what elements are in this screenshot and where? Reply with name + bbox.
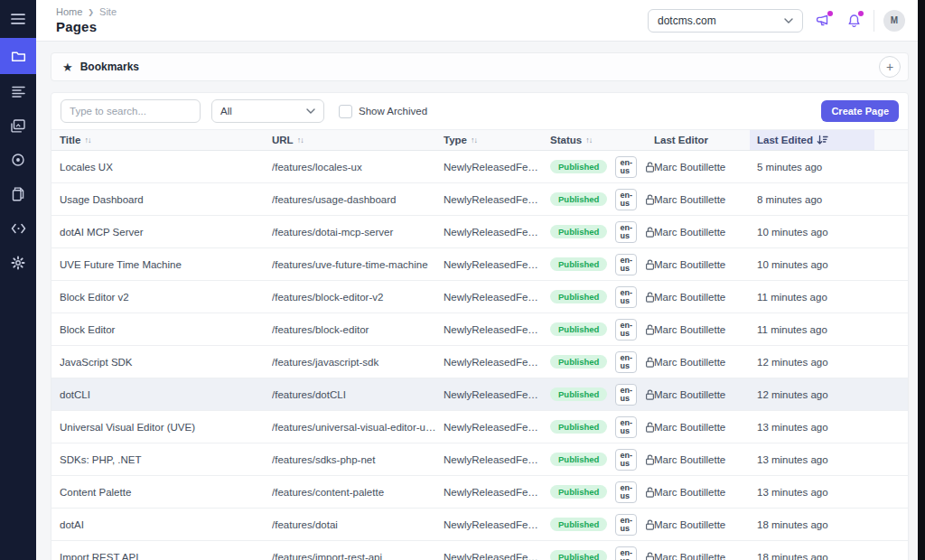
page-title-cell[interactable]: Block Editor v2	[60, 292, 272, 303]
top-bar: Home ❯ Site Pages dotcms.com M	[36, 0, 918, 42]
sidebar-item-dev-tools[interactable]	[0, 211, 36, 246]
last-editor-cell: Marc Boutillette	[654, 552, 757, 560]
column-header-last-editor[interactable]: Last Editor	[654, 135, 757, 145]
status-badge: Published	[550, 550, 607, 560]
status-badge: Published	[550, 420, 607, 434]
page-type-cell: NewlyReleasedFeature	[444, 162, 550, 173]
breadcrumb-home-link[interactable]: Home	[56, 6, 82, 17]
user-avatar[interactable]: M	[883, 10, 905, 32]
last-editor-cell: Marc Boutillette	[654, 487, 757, 498]
table-row[interactable]: UVE Future Time Machine /features/uve-fu…	[51, 248, 908, 281]
sidebar-item-marketing[interactable]	[0, 143, 36, 177]
page-title: Pages	[56, 19, 117, 34]
pages-list-card: All Show Archived Create Page Title ↑↓ U…	[51, 92, 909, 560]
page-type-cell: NewlyReleasedFeature	[444, 422, 550, 433]
table-row[interactable]: SDKs: PHP, .NET /features/sdks-php-net N…	[51, 443, 908, 476]
menu-toggle-button[interactable]	[0, 0, 36, 38]
site-selector-dropdown[interactable]: dotcms.com	[648, 9, 803, 33]
notifications-button[interactable]	[843, 10, 864, 32]
search-input[interactable]	[61, 99, 201, 123]
sidebar-item-pages[interactable]	[0, 38, 36, 74]
code-icon	[11, 223, 26, 234]
page-title-cell[interactable]: Usage Dashboard	[60, 194, 272, 205]
last-editor-cell: Marc Boutillette	[654, 162, 757, 173]
page-status-cell: Published en-us	[550, 319, 654, 341]
last-edited-cell: 13 minutes ago	[757, 454, 884, 465]
status-badge: Published	[550, 322, 607, 337]
page-status-cell: Published en-us	[550, 416, 654, 438]
last-edited-cell: 10 minutes ago	[757, 227, 884, 238]
page-title-cell[interactable]: Content Palette	[60, 487, 272, 498]
table-row[interactable]: Block Editor v2 /features/block-editor-v…	[51, 281, 908, 313]
locale-badge: en-us	[615, 546, 637, 560]
page-title-cell[interactable]: Locales UX	[60, 162, 272, 173]
table-row[interactable]: Usage Dashboard /features/usage-dashboar…	[51, 183, 908, 216]
sidebar-item-content[interactable]	[0, 74, 36, 108]
last-editor-cell: Marc Boutillette	[654, 357, 757, 368]
type-filter-dropdown[interactable]: All	[211, 99, 324, 123]
page-title-cell[interactable]: Universal Visual Editor (UVE)	[60, 422, 272, 433]
sidebar-item-documents[interactable]	[0, 177, 36, 211]
announcements-button[interactable]	[812, 10, 834, 32]
table-row[interactable]: dotAI MCP Server /features/dotai-mcp-ser…	[51, 216, 908, 248]
status-badge: Published	[550, 387, 607, 402]
status-badge: Published	[550, 225, 607, 239]
column-header-title[interactable]: Title ↑↓	[60, 135, 272, 145]
last-edited-cell: 13 minutes ago	[757, 422, 884, 433]
last-edited-cell: 18 minutes ago	[757, 552, 884, 560]
page-title-cell[interactable]: dotAI MCP Server	[60, 227, 272, 238]
page-url-cell: /features/block-editor-v2	[272, 292, 444, 303]
sort-icon: ↑↓	[585, 135, 592, 145]
table-row[interactable]: Block Editor /features/block-editor Newl…	[51, 313, 908, 346]
table-row[interactable]: Import REST API /features/import-rest-ap…	[51, 541, 908, 560]
page-url-cell: /features/usage-dashboard	[272, 194, 444, 205]
column-header-status[interactable]: Status ↑↓	[550, 135, 654, 145]
page-title-cell[interactable]: JavaScript SDK	[60, 357, 272, 368]
last-editor-cell: Marc Boutillette	[654, 259, 757, 270]
page-title-cell[interactable]: UVE Future Time Machine	[60, 259, 272, 270]
page-title-cell[interactable]: Import REST API	[60, 552, 272, 560]
page-status-cell: Published en-us	[550, 514, 654, 536]
locale-badge: en-us	[615, 286, 637, 308]
sidebar-item-settings[interactable]	[0, 246, 36, 280]
table-row[interactable]: Locales UX /features/locales-ux NewlyRel…	[51, 151, 908, 183]
layered-pages-icon	[11, 119, 25, 133]
last-editor-cell: Marc Boutillette	[654, 227, 757, 238]
page-type-cell: NewlyReleasedFeature	[444, 292, 550, 303]
page-title-cell[interactable]: Block Editor	[60, 324, 272, 335]
status-badge: Published	[550, 355, 607, 369]
status-badge: Published	[550, 485, 607, 499]
page-status-cell: Published en-us	[550, 546, 654, 560]
table-row[interactable]: JavaScript SDK /features/javascript-sdk …	[51, 346, 908, 378]
last-edited-cell: 12 minutes ago	[757, 389, 884, 400]
main-area: Home ❯ Site Pages dotcms.com M	[36, 0, 918, 560]
locale-badge: en-us	[615, 351, 637, 373]
table-row[interactable]: dotCLI /features/dotCLI NewlyReleasedFea…	[51, 378, 908, 411]
sidebar-item-site-layout[interactable]	[0, 108, 36, 143]
last-editor-cell: Marc Boutillette	[654, 324, 757, 335]
table-row[interactable]: Content Palette /features/content-palett…	[51, 476, 908, 509]
topbar-divider	[874, 10, 874, 32]
column-header-last-edited[interactable]: Last Edited	[750, 130, 874, 150]
page-title-cell[interactable]: dotCLI	[60, 389, 272, 400]
column-header-type[interactable]: Type ↑↓	[444, 135, 550, 145]
add-bookmark-button[interactable]: +	[879, 56, 901, 78]
locale-badge: en-us	[615, 221, 637, 243]
table-row[interactable]: dotAI /features/dotai NewlyReleasedFeatu…	[51, 509, 908, 541]
table-row[interactable]: Universal Visual Editor (UVE) /features/…	[51, 411, 908, 443]
last-edited-cell: 11 minutes ago	[757, 324, 884, 335]
last-editor-cell: Marc Boutillette	[654, 292, 757, 303]
column-header-url[interactable]: URL ↑↓	[272, 135, 444, 145]
show-archived-toggle[interactable]: Show Archived	[339, 105, 427, 118]
gear-icon	[11, 256, 25, 270]
sort-icon: ↑↓	[297, 135, 304, 145]
page-url-cell: /features/content-palette	[272, 487, 444, 498]
bookmarks-label: Bookmarks	[80, 61, 139, 73]
create-page-button[interactable]: Create Page	[821, 100, 899, 122]
page-title-cell[interactable]: dotAI	[60, 519, 272, 530]
bookmarks-bar: ★ Bookmarks +	[51, 52, 909, 81]
page-title-cell[interactable]: SDKs: PHP, .NET	[60, 454, 272, 465]
show-archived-checkbox[interactable]	[339, 105, 352, 118]
page-status-cell: Published en-us	[550, 351, 654, 373]
folder-icon	[11, 50, 26, 63]
